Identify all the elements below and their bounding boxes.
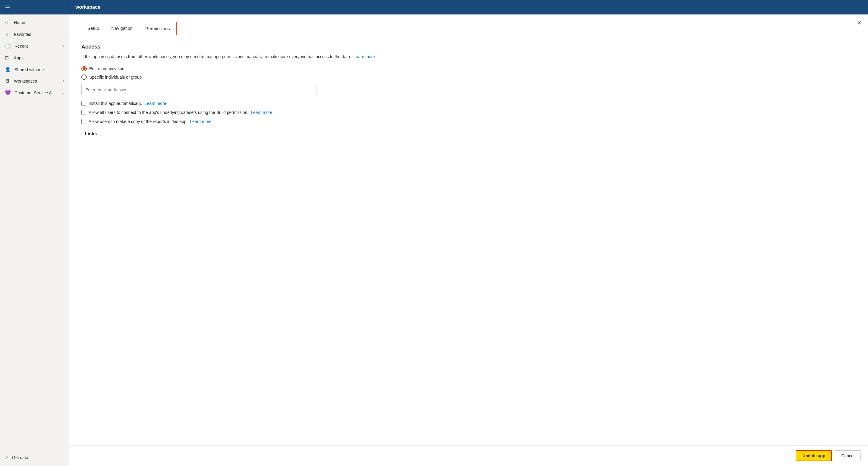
tab-setup[interactable]: Setup xyxy=(82,22,105,35)
checkbox-install-auto: Install this app automatically. Learn mo… xyxy=(82,101,856,106)
main-content: workspace ✕ Setup Navigation Permissions… xyxy=(69,0,868,466)
chevron-right-icon: › xyxy=(63,32,64,36)
checkbox-allow-copy-input[interactable] xyxy=(82,119,86,124)
home-icon: ⌂ xyxy=(5,20,10,25)
close-button[interactable]: ✕ xyxy=(857,19,862,27)
sidebar-footer: ↗ Get data xyxy=(0,449,69,466)
learn-more-link-copy[interactable]: Learn more xyxy=(190,119,212,124)
workspace-icon: 💜 xyxy=(5,90,11,96)
access-description: If this app uses datasets from other wor… xyxy=(82,54,856,60)
chevron-down-icon: ⌄ xyxy=(61,91,64,95)
tab-navigation[interactable]: Navigation xyxy=(105,22,138,35)
sidebar-item-label: Home xyxy=(14,20,64,25)
access-title: Access xyxy=(82,44,856,50)
apps-icon: ⊞ xyxy=(5,55,10,61)
sidebar-item-recent[interactable]: 🕐 Recent › xyxy=(0,40,69,52)
sidebar-item-label: Workspaces xyxy=(14,79,59,84)
learn-more-link-install[interactable]: Learn more xyxy=(145,101,166,106)
radio-outer-selected xyxy=(82,66,87,71)
checkbox-allow-copy: Allow users to make a copy of the report… xyxy=(82,119,856,124)
checkbox-install-auto-input[interactable] xyxy=(82,101,86,106)
workspaces-icon: 🖥 xyxy=(5,79,10,84)
sidebar-item-label: Recent xyxy=(14,44,59,49)
topbar: workspace xyxy=(69,0,868,14)
radio-outer-empty xyxy=(82,74,87,80)
cancel-button[interactable]: Cancel xyxy=(835,450,861,461)
checkbox-allow-copy-label[interactable]: Allow users to make a copy of the report… xyxy=(89,119,212,124)
radio-inner xyxy=(83,67,86,70)
sidebar-item-label: Customer Service A... xyxy=(14,90,58,95)
chevron-right-icon: › xyxy=(63,44,64,48)
sidebar-header: ☰ xyxy=(0,0,69,14)
sidebar-navigation: ⌂ Home ☆ Favorites › 🕐 Recent › ⊞ Apps 👤… xyxy=(0,14,69,449)
email-addresses-input[interactable] xyxy=(82,85,316,95)
get-data-label: Get data xyxy=(12,455,28,460)
sidebar-item-home[interactable]: ⌂ Home xyxy=(0,17,69,28)
radio-specific[interactable]: Specific individuals or group xyxy=(82,74,856,80)
chevron-right-icon: › xyxy=(82,132,83,136)
tab-permissions[interactable]: Permissions xyxy=(138,22,177,35)
sidebar-item-workspaces[interactable]: 🖥 Workspaces › xyxy=(0,75,69,87)
recent-icon: 🕐 xyxy=(5,43,11,49)
sidebar-item-favorites[interactable]: ☆ Favorites › xyxy=(0,28,69,40)
sidebar: ☰ ⌂ Home ☆ Favorites › 🕐 Recent › ⊞ Apps… xyxy=(0,0,69,466)
radio-label-specific: Specific individuals or group xyxy=(89,75,142,80)
get-data-icon: ↗ xyxy=(5,455,8,460)
links-label: Links xyxy=(85,131,97,136)
sidebar-item-customer[interactable]: 💜 Customer Service A... ⌄ xyxy=(0,87,69,99)
links-section[interactable]: › Links xyxy=(82,131,856,136)
topbar-title: workspace xyxy=(75,4,100,10)
get-data-item[interactable]: ↗ Get data xyxy=(5,453,64,462)
update-app-button[interactable]: Update app xyxy=(796,450,832,461)
favorites-icon: ☆ xyxy=(5,31,10,37)
content-area: ✕ Setup Navigation Permissions Access If… xyxy=(69,14,868,466)
sidebar-item-shared[interactable]: 👤 Shared with me xyxy=(0,64,69,75)
permissions-panel: ✕ Setup Navigation Permissions Access If… xyxy=(69,14,868,160)
radio-entire-org[interactable]: Entire organization xyxy=(82,66,856,71)
sidebar-item-label: Shared with me xyxy=(14,67,64,72)
tab-bar: Setup Navigation Permissions xyxy=(82,22,856,35)
sidebar-item-label: Apps xyxy=(14,56,64,60)
shared-icon: 👤 xyxy=(5,67,11,72)
checkbox-allow-build: Allow all users to connect to the app's … xyxy=(82,110,856,115)
action-bar: Update app Cancel xyxy=(69,445,868,466)
chevron-right-icon: › xyxy=(63,79,64,83)
radio-label-entire-org: Entire organization xyxy=(89,66,124,71)
learn-more-link-1[interactable]: Learn more xyxy=(353,54,375,59)
sidebar-item-label: Favorites xyxy=(14,32,59,37)
checkbox-allow-build-input[interactable] xyxy=(82,110,86,115)
audience-radio-group: Entire organization Specific individuals… xyxy=(82,66,856,80)
checkbox-group: Install this app automatically. Learn mo… xyxy=(82,101,856,124)
hamburger-icon[interactable]: ☰ xyxy=(5,4,10,11)
checkbox-install-auto-label[interactable]: Install this app automatically. Learn mo… xyxy=(89,101,166,106)
learn-more-link-build[interactable]: Learn more xyxy=(251,110,273,115)
sidebar-item-apps[interactable]: ⊞ Apps xyxy=(0,52,69,64)
checkbox-allow-build-label[interactable]: Allow all users to connect to the app's … xyxy=(89,110,273,115)
